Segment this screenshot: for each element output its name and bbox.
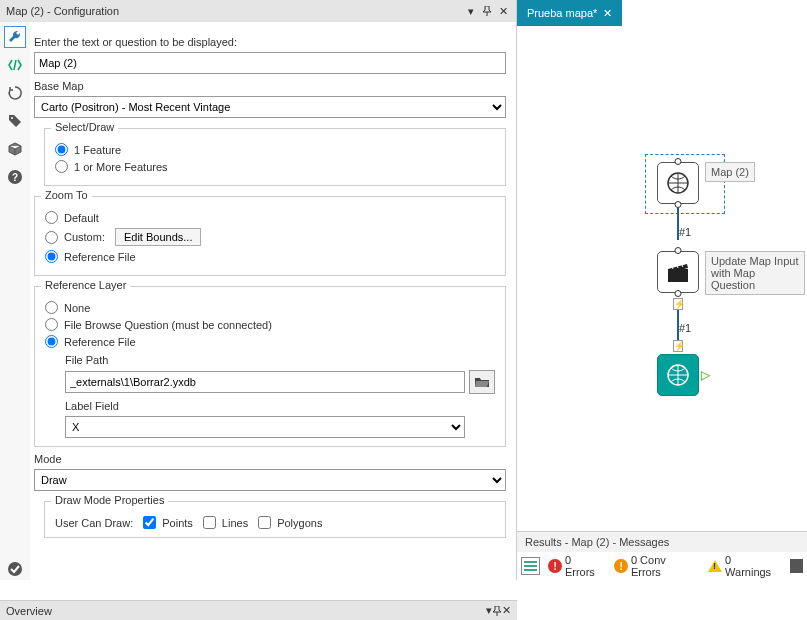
mode-label: Mode [34, 453, 506, 465]
refresh-icon[interactable] [4, 82, 26, 104]
canvas-node-output[interactable] [657, 354, 699, 396]
globe-icon [665, 170, 691, 196]
warnings-badge[interactable]: 0 Warnings [704, 554, 781, 578]
node-action-label: Update Map Input with Map Question [705, 251, 805, 295]
errors-count: 0 Errors [565, 554, 603, 578]
usercandraw-label: User Can Draw: [55, 517, 133, 529]
results-toggle-icon[interactable] [790, 559, 803, 573]
canvas-node-map[interactable]: Map (2) [657, 162, 755, 204]
zoom-title: Zoom To [41, 189, 92, 201]
check-icon[interactable] [4, 558, 26, 580]
labelfield-select[interactable]: X [65, 416, 465, 438]
zoom-group: Zoom To Default Custom: Edit Bounds... R… [34, 196, 506, 276]
radio-zoom-custom[interactable] [45, 231, 58, 244]
radio-zoom-reffile[interactable] [45, 250, 58, 263]
radio-zoom-default[interactable] [45, 211, 58, 224]
radio-zoom-reffile-label: Reference File [64, 251, 136, 263]
results-panel: Results - Map (2) - Messages ! 0 Errors … [517, 531, 807, 580]
reflayer-group: Reference Layer None File Browse Questio… [34, 286, 506, 447]
overview-panel-header[interactable]: Overview ▾ ✕ [0, 600, 517, 620]
radio-ref-none-label: None [64, 302, 90, 314]
drawprops-title: Draw Mode Properties [51, 494, 168, 506]
canvas-tab[interactable]: Prueba mapa* ✕ [517, 0, 622, 26]
chk-points-label: Points [162, 517, 193, 529]
lightning-icon: ⚡ [673, 340, 683, 352]
radio-1-feature[interactable] [55, 143, 68, 156]
tab-close-icon[interactable]: ✕ [603, 7, 612, 20]
error-icon: ! [548, 559, 561, 573]
panel-close-icon[interactable]: ✕ [502, 604, 511, 617]
radio-zoom-custom-label: Custom: [64, 231, 105, 243]
warning-icon [708, 560, 722, 572]
overview-title: Overview [6, 605, 486, 617]
chk-polygons-label: Polygons [277, 517, 322, 529]
filepath-input[interactable] [65, 371, 465, 393]
panel-pin-icon[interactable] [480, 4, 494, 18]
edge-label-1: #1 [679, 226, 691, 238]
box-icon[interactable] [4, 138, 26, 160]
radio-1-feature-label: 1 Feature [74, 144, 121, 156]
canvas-tab-title: Prueba mapa* [527, 7, 597, 19]
node-map-label: Map (2) [705, 162, 755, 182]
config-tool-strip: ? [0, 22, 30, 580]
labelfield-label: Label Field [65, 400, 495, 412]
config-panel-header: Map (2) - Configuration ▾ ✕ [0, 0, 516, 22]
svg-text:?: ? [12, 172, 18, 183]
radio-ref-none[interactable] [45, 301, 58, 314]
config-form: Enter the text or question to be display… [30, 22, 516, 580]
radio-more-features[interactable] [55, 160, 68, 173]
panel-pin-icon[interactable] [492, 606, 502, 616]
svg-point-3 [8, 562, 22, 576]
drawprops-group: Draw Mode Properties User Can Draw: Poin… [44, 501, 506, 538]
errors-badge[interactable]: ! 0 Errors [544, 554, 606, 578]
chk-polygons[interactable] [258, 516, 271, 529]
prompt-label: Enter the text or question to be display… [34, 36, 506, 48]
chk-lines[interactable] [203, 516, 216, 529]
mode-select[interactable]: Draw [34, 469, 506, 491]
wrench-icon[interactable] [4, 26, 26, 48]
tag-icon[interactable] [4, 110, 26, 132]
conv-error-icon: ! [614, 559, 627, 573]
warnings-count: 0 Warnings [725, 554, 777, 578]
conv-errors-count: 0 Conv Errors [631, 554, 696, 578]
panel-close-icon[interactable]: ✕ [496, 4, 510, 18]
filepath-label: File Path [65, 354, 495, 366]
results-list-icon[interactable] [521, 557, 540, 575]
radio-ref-browse[interactable] [45, 318, 58, 331]
config-panel-title: Map (2) - Configuration [6, 5, 462, 17]
radio-ref-file-label: Reference File [64, 336, 136, 348]
globe-icon [665, 362, 691, 388]
action-clapper-icon [665, 259, 691, 285]
edge-label-2: #1 [679, 322, 691, 334]
selectdraw-title: Select/Draw [51, 121, 118, 133]
conv-errors-badge[interactable]: ! 0 Conv Errors [610, 554, 700, 578]
results-title: Results - Map (2) - Messages [525, 536, 669, 548]
radio-ref-file[interactable] [45, 335, 58, 348]
edit-bounds-button[interactable]: Edit Bounds... [115, 228, 202, 246]
canvas-tab-bar: Prueba mapa* ✕ [517, 0, 807, 26]
prompt-input[interactable] [34, 52, 506, 74]
workflow-canvas[interactable]: Map (2) #1 Update Map Input with Map Que… [517, 26, 807, 531]
help-icon[interactable]: ? [4, 166, 26, 188]
xml-icon[interactable] [4, 54, 26, 76]
canvas-node-action[interactable]: Update Map Input with Map Question [657, 251, 805, 295]
radio-zoom-default-label: Default [64, 212, 99, 224]
results-header[interactable]: Results - Map (2) - Messages [517, 532, 807, 552]
chk-lines-label: Lines [222, 517, 248, 529]
radio-ref-browse-label: File Browse Question (must be connected) [64, 319, 272, 331]
reflayer-title: Reference Layer [41, 279, 130, 291]
chk-points[interactable] [143, 516, 156, 529]
basemap-label: Base Map [34, 80, 506, 92]
panel-dropdown-icon[interactable]: ▾ [464, 4, 478, 18]
folder-open-icon [474, 375, 490, 389]
lightning-icon: ⚡ [673, 298, 683, 310]
output-anchor-icon: ▷ [701, 368, 710, 382]
selectdraw-group: Select/Draw 1 Feature 1 or More Features [44, 128, 506, 186]
basemap-select[interactable]: Carto (Positron) - Most Recent Vintage [34, 96, 506, 118]
radio-more-features-label: 1 or More Features [74, 161, 168, 173]
browse-file-button[interactable] [469, 370, 495, 394]
svg-point-0 [11, 117, 13, 119]
